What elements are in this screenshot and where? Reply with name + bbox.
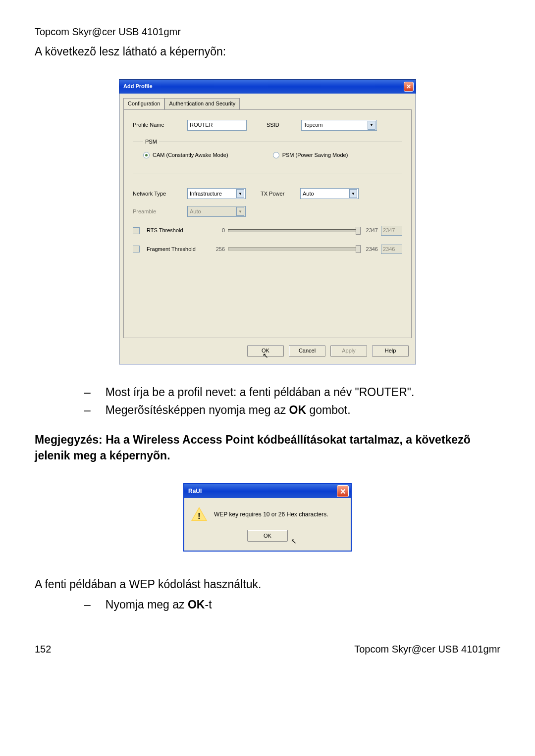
cancel-button[interactable]: Cancel [289,345,325,357]
bullet-3: Nyomja meg az OK-t [106,597,212,612]
bullet-2: Megerõsítésképpen nyomja meg az OK gombo… [106,402,351,418]
bullet-1: Most írja be a profil nevet: a fenti pél… [106,384,415,400]
raui-dialog: RaUI ✕ ! WEP key requires 10 or 26 Hex c… [183,483,352,552]
rts-slider[interactable] [228,229,359,232]
frag-row: Fragment Threshold 256 2346 2346 [133,245,402,254]
chevron-down-icon[interactable]: ▼ [236,189,244,198]
bullet-dash: – [84,597,91,612]
frag-max: 2346 [362,246,378,253]
bullet-dash: – [84,384,91,400]
bullet-3-bold: OK [188,598,205,611]
bullet-2-bold: OK [289,403,307,416]
psm-legend: PSM [143,138,159,146]
rts-max: 2347 [362,227,378,234]
titlebar: Add Profile ✕ [119,80,416,94]
chevron-down-icon: ▼ [236,207,244,216]
raui-titlebar: RaUI ✕ [184,484,351,498]
bullet-2-post: gombot. [306,403,351,416]
chevron-down-icon[interactable]: ▼ [349,189,357,198]
frag-val: 2346 [381,245,402,254]
ssid-value: Topcom [304,121,323,129]
note-text: Megjegyzés: Ha a Wireless Access Point k… [35,432,500,463]
network-type-dropdown[interactable]: Infrastructure ▼ [187,188,246,199]
frag-label: Fragment Threshold [147,246,206,253]
profile-name-label: Profile Name [133,121,182,129]
rts-min: 0 [209,227,225,234]
header-product: Topcom Skyr@cer USB 4101gmr [35,25,500,39]
close-icon[interactable]: ✕ [337,485,349,497]
tab-content: Profile Name ROUTER SSID Topcom ▼ PSM CA… [123,109,412,338]
psm-label: PSM (Power Saving Mode) [282,151,348,159]
slider-thumb[interactable] [356,227,361,235]
network-type-value: Infrastructure [190,190,222,198]
add-profile-dialog: Add Profile ✕ ConfigurationAuthenticatio… [119,79,416,364]
cursor-icon: ↖ [291,537,297,547]
preamble-label: Preamble [133,208,182,215]
radio-psm[interactable]: PSM (Power Saving Mode) [273,151,348,159]
bullet-3-pre: Nyomja meg az [106,598,188,611]
footer-product: Topcom Skyr@cer USB 4101gmr [354,642,500,656]
rts-checkbox[interactable] [133,227,140,234]
rts-val: 2347 [381,226,402,235]
ssid-label: SSID [267,121,296,129]
dialog-title: Add Profile [123,83,153,90]
intro-text: A következõ lesz látható a képernyõn: [35,44,500,59]
frag-slider[interactable] [228,248,359,251]
tab-auth-security[interactable]: Authentication and Security [164,98,240,109]
chevron-down-icon[interactable]: ▼ [368,121,375,130]
bullet-dash: – [84,402,91,418]
tx-power-label: TX Power [261,190,295,198]
warning-icon: ! [191,507,207,522]
preamble-value: Auto [190,208,201,215]
raui-ok-button[interactable]: OK [247,530,288,542]
ssid-dropdown[interactable]: Topcom ▼ [301,120,377,131]
tx-power-dropdown[interactable]: Auto ▼ [300,188,359,199]
ok-button[interactable]: OK [247,345,284,357]
raui-message: WEP key requires 10 or 26 Hex characters… [214,510,328,519]
psm-fieldset: PSM CAM (Constantly Awake Mode) PSM (Pow… [133,138,402,174]
slider-thumb[interactable] [356,245,361,253]
close-icon[interactable]: ✕ [404,82,414,92]
help-button[interactable]: Help [372,345,409,357]
raui-title: RaUI [188,487,202,496]
apply-button: Apply [330,345,367,357]
profile-name-input[interactable]: ROUTER [187,120,247,131]
after-raui-text: A fenti példában a WEP kódolást használt… [35,576,500,592]
rts-row: RTS Threshold 0 2347 2347 [133,226,402,235]
bullet-3-post: -t [205,598,212,611]
page-number: 152 [35,642,51,656]
cam-label: CAM (Constantly Awake Mode) [153,151,228,159]
preamble-dropdown: Auto ▼ [187,206,246,217]
tx-power-value: Auto [303,190,314,198]
tab-configuration[interactable]: Configuration [123,98,164,109]
radio-cam[interactable]: CAM (Constantly Awake Mode) [143,151,228,159]
rts-label: RTS Threshold [147,227,206,234]
network-type-label: Network Type [133,190,182,198]
frag-min: 256 [209,246,225,253]
frag-checkbox[interactable] [133,246,140,252]
bullet-2-pre: Megerõsítésképpen nyomja meg az [106,403,289,416]
